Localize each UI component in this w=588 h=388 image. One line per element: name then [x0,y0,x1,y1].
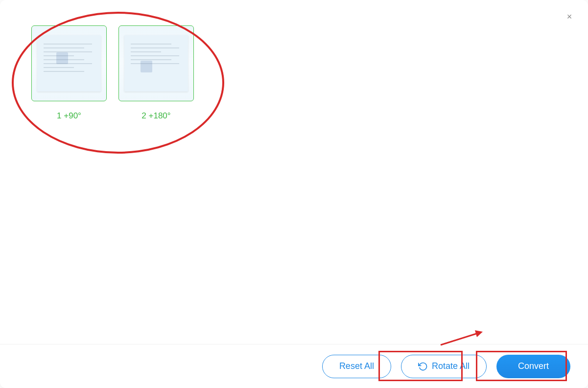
thumbnails-area: 1 +90° [0,0,588,344]
thumbnail-item: 1 +90° [31,25,107,121]
convert-button[interactable]: Convert [496,355,570,378]
footer-toolbar: Reset All Rotate All Convert [0,344,588,388]
thumbnail-item: 2 +180° [118,25,194,121]
rotate-all-button[interactable]: Rotate All [401,355,487,378]
rotate-modal: × [0,0,588,388]
reset-all-label: Reset All [339,361,374,371]
close-button[interactable]: × [564,12,574,22]
rotate-ccw-icon [418,362,428,371]
document-preview-icon [124,35,188,91]
close-icon: × [567,12,572,22]
convert-label: Convert [518,361,549,371]
thumbnail-label: 1 +90° [57,111,81,121]
rotate-all-label: Rotate All [432,361,470,371]
thumbnail-page-2[interactable] [118,25,194,101]
thumbnails-wrapper: 1 +90° [31,25,194,121]
thumbnail-page-1[interactable] [31,25,107,101]
document-preview-icon [37,35,100,91]
reset-all-button[interactable]: Reset All [322,355,391,378]
thumbnail-label: 2 +180° [141,111,170,121]
thumbnails-list: 1 +90° [31,25,194,121]
